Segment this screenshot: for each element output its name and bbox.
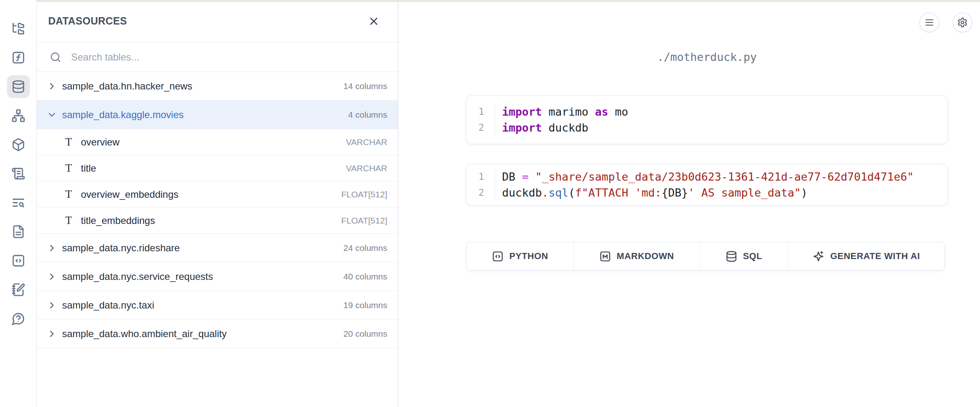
chevron-right-icon[interactable] [47,300,57,311]
column-name: overview [81,136,120,148]
table-name: sample_data.hn.hacker_news [62,81,192,92]
sidebar-item-package[interactable] [7,133,30,156]
notebook-pen-icon [11,283,25,297]
line-numbers: 12 [466,104,495,136]
file-tree-icon [11,22,25,36]
add-cell-label: GENERATE WITH AI [830,251,920,262]
add-cell-toolbar: PYTHONMARKDOWNSQLGENERATE WITH AI [466,242,945,271]
column-count: 20 columns [344,329,387,339]
code-cell[interactable]: 12DB = "_share/sample_data/23b0d623-1361… [466,164,948,206]
close-panel-button[interactable] [368,15,380,27]
package-icon [11,138,25,152]
column-type: FLOAT[512] [341,190,387,199]
sidebar-item-function-square[interactable] [7,46,30,69]
search-row [37,42,398,72]
datasource-table-row[interactable]: sample_data.hn.hacker_news14 columns [37,72,398,101]
database-icon [11,80,25,94]
help-bubble-icon [11,312,25,326]
notebook-filename[interactable]: ./motherduck.py [466,51,948,63]
add-cell-label: SQL [743,251,762,262]
network-icon [11,109,25,123]
function-square-icon [11,51,25,65]
datasources-panel: DATASOURCES sample_data.hn.hacker_news14… [37,0,398,407]
column-type: FLOAT[512] [341,216,387,226]
sidebar-item-database[interactable] [7,75,30,98]
notebook-menu-button[interactable] [920,13,939,32]
line-numbers: 12 [466,169,495,201]
chevron-down-icon[interactable] [47,110,57,120]
column-name: overview_embeddings [81,189,179,200]
column-name: title [81,163,96,174]
add-cell-label: PYTHON [509,251,548,262]
notebook-area: ./motherduck.py 12import marimo as mo im… [399,0,980,407]
sidebar-item-network[interactable] [7,104,30,127]
datasource-column-row[interactable]: Toverview_embeddingsFLOAT[512] [37,181,398,208]
datasource-table-row[interactable]: sample_data.who.ambient_air_quality20 co… [37,320,398,348]
column-count: 4 columns [348,110,387,120]
column-count: 19 columns [344,300,387,310]
chevron-right-icon[interactable] [47,81,57,92]
sidebar-item-list-search[interactable] [7,191,30,214]
panel-title: DATASOURCES [48,15,127,27]
text-type-icon: T [64,162,74,174]
code-editor[interactable]: DB = "_share/sample_data/23b0d623-1361-4… [495,169,914,201]
datasource-table-row[interactable]: sample_data.kaggle.movies4 columns [37,101,398,129]
datasource-table-row[interactable]: sample_data.nyc.taxi19 columns [37,291,398,320]
activity-sidebar [0,0,37,407]
sidebar-item-code-square[interactable] [7,249,30,272]
add-cell-sql-button[interactable]: SQL [700,242,788,270]
chevron-right-icon[interactable] [47,271,57,282]
sidebar-item-scroll-text[interactable] [7,162,30,185]
table-name: sample_data.nyc.taxi [62,300,154,311]
text-type-icon: T [64,188,74,201]
column-type: VARCHAR [346,137,387,147]
panel-header: DATASOURCES [37,0,398,42]
text-type-icon: T [64,214,74,227]
add-cell-python-button[interactable]: PYTHON [467,242,574,270]
column-name: title_embeddings [81,215,155,226]
scroll-text-icon [11,167,25,181]
sidebar-item-help-bubble[interactable] [7,307,30,330]
code-cell[interactable]: 12import marimo as mo import duckdb [466,95,948,144]
datasource-table-row[interactable]: sample_data.nyc.rideshare24 columns [37,234,398,262]
sidebar-item-notebook-pen[interactable] [7,278,30,301]
datasource-tree: sample_data.hn.hacker_news14 columnssamp… [37,72,398,348]
chevron-right-icon[interactable] [47,329,57,339]
search-tables-input[interactable] [71,51,386,63]
add-cell-label: MARKDOWN [617,251,674,262]
markdown-square-icon [599,250,611,262]
add-cell-markdown-button[interactable]: MARKDOWN [574,242,700,270]
file-text-icon [11,225,25,239]
column-type: VARCHAR [346,163,387,173]
table-name: sample_data.kaggle.movies [62,109,184,121]
search-icon [50,51,61,63]
text-type-icon: T [64,136,74,148]
settings-button[interactable] [953,13,972,32]
code-square-icon [492,250,504,262]
code-editor[interactable]: import marimo as mo import duckdb [495,104,628,136]
datasource-column-row[interactable]: ToverviewVARCHAR [37,129,398,155]
database-icon [726,250,737,262]
list-search-icon [11,196,25,210]
column-count: 14 columns [344,81,387,91]
datasource-column-row[interactable]: TtitleVARCHAR [37,155,398,181]
sidebar-item-file-tree[interactable] [7,17,30,40]
sparkles-icon [813,250,824,262]
code-square-icon [11,254,25,268]
table-name: sample_data.nyc.service_requests [62,271,213,282]
sidebar-item-file-text[interactable] [7,220,30,243]
top-accent-strip [37,0,980,2]
datasource-column-row[interactable]: Ttitle_embeddingsFLOAT[512] [37,208,398,234]
table-name: sample_data.nyc.rideshare [62,242,180,254]
datasource-table-row[interactable]: sample_data.nyc.service_requests40 colum… [37,262,398,291]
add-cell-generate-with-ai-button[interactable]: GENERATE WITH AI [788,242,944,270]
column-count: 24 columns [344,243,387,253]
table-name: sample_data.who.ambient_air_quality [62,328,227,340]
chevron-right-icon[interactable] [47,243,57,253]
column-count: 40 columns [344,272,387,282]
